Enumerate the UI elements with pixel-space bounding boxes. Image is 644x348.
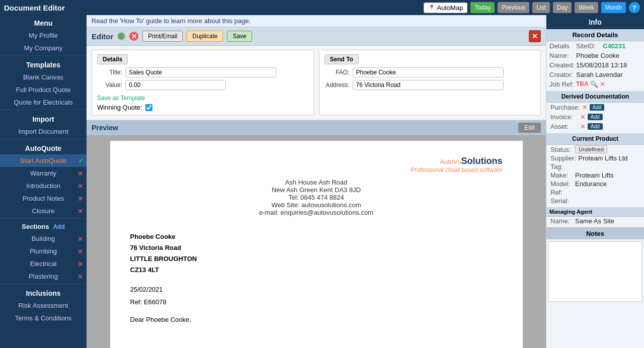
logo-tagline: Professional cloud based software — [411, 166, 503, 173]
record-row-created: Created: 15/08/2018 13:18 — [546, 60, 644, 70]
product-row-status: Status: Undefined — [546, 145, 644, 154]
previous-button[interactable]: Previous — [498, 2, 529, 13]
invoice-label: Invoice: — [550, 113, 578, 121]
managing-agent-name-row: Name: Same As Site — [546, 217, 644, 225]
record-row-name: Name: Phoebe Cooke — [546, 51, 644, 60]
week-button[interactable]: Week — [575, 2, 598, 13]
creator-label: Creator: — [549, 71, 575, 78]
record-row-details-siteid: Details SiteID: C40231 — [546, 41, 644, 51]
sidebar-item-introduction[interactable]: Introduction ✕ — [0, 180, 87, 192]
derived-documentation-title: Derived Documentation — [546, 91, 644, 103]
asset-label: Asset: — [550, 123, 578, 130]
add-section-link[interactable]: Add — [53, 223, 64, 230]
cancel-icon[interactable]: ✕ — [129, 32, 138, 41]
sidebar-item-full-product-quote[interactable]: Full Product Quote — [0, 83, 87, 96]
address-field-row: Address: — [325, 80, 536, 90]
fao-input[interactable] — [353, 67, 504, 77]
sidebar-item-building[interactable]: Building ✕ — [0, 232, 87, 245]
remove-icon[interactable]: ✕ — [77, 195, 84, 203]
remove-icon[interactable]: ✕ — [77, 207, 84, 215]
purchase-add-button[interactable]: Add — [590, 104, 605, 111]
remove-icon[interactable]: ✕ — [77, 260, 84, 268]
doc-salutation: Dear Phoebe Cooke, — [130, 316, 503, 323]
make-value: Proteam Lifts — [575, 171, 614, 179]
title-input[interactable] — [125, 67, 276, 77]
templates-title: Templates — [0, 57, 87, 71]
sidebar-item-plumbing[interactable]: Plumbing ✕ — [0, 245, 87, 257]
derived-row-invoice: Invoice: ✕ Add — [546, 112, 644, 122]
sidebar-item-risk-assessment[interactable]: Risk Assessment — [0, 299, 87, 312]
automap-button[interactable]: 📍 AutoMap — [424, 3, 467, 13]
product-row-make: Make: Proteam Lifts — [546, 171, 644, 180]
company-line1: Ash House Ash Road — [130, 179, 503, 186]
sidebar-item-blank-canvas[interactable]: Blank Canvas — [0, 71, 87, 83]
page-title: Document Editor — [4, 4, 421, 12]
sidebar-item-plastering[interactable]: Plastering ✕ — [0, 270, 87, 283]
creator-value: Sarah Lavendar — [576, 71, 623, 78]
recipient-address: Phoebe Cooke 76 Victoria Road LITTLE BRO… — [130, 231, 503, 276]
remove-icon[interactable]: ✕ — [77, 247, 84, 255]
remove-icon[interactable]: ✕ — [77, 273, 84, 281]
winning-quote-row: Winning Quote: — [97, 104, 308, 111]
save-as-template-link[interactable]: Save as Template — [97, 95, 145, 102]
managing-agent-title: Managing Agent — [546, 207, 644, 217]
job-ref-clear-icon[interactable]: ✕ — [600, 80, 605, 88]
preview-scroll[interactable]: AutoVuSolutions Professional cloud based… — [87, 136, 546, 348]
sidebar-item-import-document[interactable]: Import Document — [0, 125, 87, 138]
sidebar-item-start-autoquote[interactable]: Start AutoQuote ✓ — [0, 154, 87, 167]
info-hint: Read the 'How To' guide to learn more ab… — [87, 15, 546, 27]
right-panel: Info Record Details Details SiteID: C402… — [546, 15, 644, 348]
sidebar-item-terms-conditions[interactable]: Terms & Conditions — [0, 312, 87, 324]
sidebar-item-my-profile[interactable]: My Profile — [0, 29, 87, 42]
notes-area[interactable] — [548, 241, 642, 302]
inclusions-title: Inclusions — [0, 285, 87, 299]
main-layout: Menu My Profile My Company Templates Bla… — [0, 15, 644, 348]
asset-x-icon[interactable]: ✕ — [580, 123, 586, 130]
model-label: Model: — [550, 180, 573, 188]
duplicate-button[interactable]: Duplicate — [187, 31, 223, 42]
help-button[interactable]: ? — [629, 2, 640, 13]
remove-icon[interactable]: ✕ — [77, 182, 84, 190]
info-panel-header: Info — [546, 15, 644, 29]
sidebar-item-closure[interactable]: Closure ✕ — [0, 205, 87, 217]
send-to-box: Send To FAO: Address: — [319, 50, 541, 116]
edit-button[interactable]: Edit — [518, 123, 541, 133]
product-row-ref: Ref: — [546, 188, 644, 197]
divider — [0, 139, 87, 139]
invoice-x-icon[interactable]: ✕ — [580, 113, 586, 121]
remove-icon[interactable]: ✕ — [77, 235, 84, 243]
print-email-button[interactable]: Print/Email — [142, 31, 183, 42]
sidebar-item-quote-electricals[interactable]: Quote for Electricals — [0, 96, 87, 109]
siteid-value: C40231 — [603, 42, 626, 50]
job-ref-search-icon[interactable]: 🔍 — [590, 80, 598, 88]
editor-header: Editor ✕ Print/Email Duplicate Save ✕ — [87, 27, 546, 46]
list-button[interactable]: List — [532, 2, 550, 13]
supplier-value: Proteam Lifts Ltd — [578, 154, 627, 162]
close-editor-button[interactable]: ✕ — [529, 30, 541, 42]
divider — [0, 218, 87, 219]
sidebar-item-electrical[interactable]: Electrical ✕ — [0, 257, 87, 270]
asset-add-button[interactable]: Add — [588, 123, 603, 130]
address-input[interactable] — [353, 80, 504, 90]
current-product-title: Current Product — [546, 133, 644, 145]
today-button[interactable]: Today — [470, 2, 495, 13]
doc-logo-row: AutoVuSolutions Professional cloud based… — [130, 156, 503, 173]
save-button[interactable]: Save — [227, 31, 252, 42]
value-input[interactable] — [125, 80, 226, 90]
day-button[interactable]: Day — [553, 2, 572, 13]
name-label: Name: — [549, 52, 575, 59]
month-button[interactable]: Month — [601, 2, 626, 13]
record-row-job-ref: Job Ref: TBA 🔍 ✕ — [546, 79, 644, 89]
product-row-model: Model: Endurance — [546, 180, 644, 188]
menu-title: Menu — [0, 15, 87, 29]
winning-quote-checkbox[interactable] — [145, 104, 152, 111]
sidebar-item-my-company[interactable]: My Company — [0, 42, 87, 54]
invoice-add-button[interactable]: Add — [588, 114, 603, 120]
sidebar-item-product-notes[interactable]: Product Notes ✕ — [0, 192, 87, 205]
derived-row-purchase: Purchase: ✕ Add — [546, 103, 644, 112]
sidebar-item-warranty[interactable]: Warranty ✕ — [0, 167, 87, 180]
remove-icon[interactable]: ✕ — [77, 169, 84, 178]
purchase-x-icon[interactable]: ✕ — [582, 104, 588, 111]
serial-label: Serial: — [550, 197, 573, 205]
derived-row-asset: Asset: ✕ Add — [546, 122, 644, 131]
